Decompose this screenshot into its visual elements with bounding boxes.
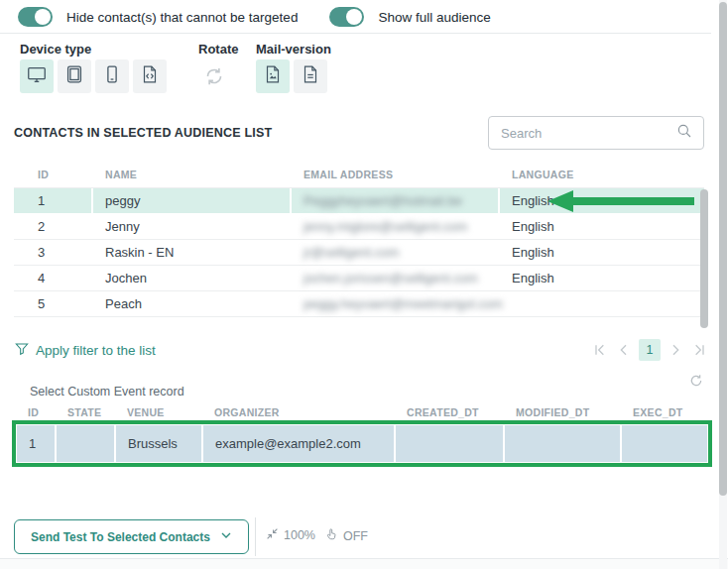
text-document-icon xyxy=(300,63,321,89)
col-modified-dt: MODIFIED_DT xyxy=(504,406,621,418)
cell-exec-dt xyxy=(622,425,707,462)
cell-id: 1 xyxy=(17,425,57,462)
cell-language: English xyxy=(500,240,704,265)
image-document-icon xyxy=(262,63,284,89)
col-email: EMAIL ADDRESS xyxy=(292,169,500,180)
show-full-audience-label: Show full audience xyxy=(378,10,490,25)
toggle-knob xyxy=(346,9,362,25)
contact-row-selected[interactable]: 1 peggy Peggyheyvaert@hotmail.be English xyxy=(14,188,704,214)
cell-email-blurred: jochen.jorissen@selligent.com xyxy=(303,271,478,285)
cell-created-dt xyxy=(396,425,505,462)
contacts-table-body: 1 peggy Peggyheyvaert@hotmail.be English… xyxy=(14,188,704,317)
toggles-row: Hide contact(s) that cannot be targeted … xyxy=(18,7,509,27)
chevron-down-icon xyxy=(218,527,234,546)
hide-untargetable-toggle[interactable] xyxy=(18,7,53,27)
cell-language xyxy=(500,291,704,316)
cell-email-blurred: jenny.miglore@selligent.com xyxy=(303,219,467,234)
desktop-icon xyxy=(26,63,48,89)
apply-filter-link[interactable]: Apply filter to the list xyxy=(14,341,156,360)
col-exec-dt: EXEC_DT xyxy=(621,406,710,418)
divider xyxy=(255,517,256,556)
pagination: 1 xyxy=(591,339,708,361)
toggle-knob xyxy=(35,9,51,25)
search-icon[interactable] xyxy=(675,122,693,144)
show-full-audience-toggle[interactable] xyxy=(329,7,364,27)
contact-row[interactable]: 4 Jochen jochen.jorissen@selligent.com E… xyxy=(14,266,704,291)
interaction-toggle-indicator[interactable]: OFF xyxy=(324,527,368,544)
col-state: STATE xyxy=(56,406,115,418)
contact-row[interactable]: 3 Raskin - EN jr@selligent.com English xyxy=(14,240,704,266)
contact-row[interactable]: 2 Jenny jenny.miglore@selligent.com Engl… xyxy=(14,214,704,240)
cell-id: 3 xyxy=(14,240,93,265)
col-venue: VENUE xyxy=(115,406,202,418)
col-language: LANGUAGE xyxy=(500,169,704,180)
cell-organizer: example@example2.com xyxy=(203,425,396,462)
search-box xyxy=(488,116,704,150)
contacts-table-header: ID NAME EMAIL ADDRESS LANGUAGE xyxy=(14,162,704,188)
preview-controls: Device type Rotate Mail-version xyxy=(20,42,704,95)
col-created-dt: CREATED_DT xyxy=(395,406,504,418)
cell-language: English xyxy=(500,266,704,290)
filter-pagination-row: Apply filter to the list 1 xyxy=(14,338,708,362)
custom-event-table: ID STATE VENUE ORGANIZER CREATED_DT MODI… xyxy=(16,402,710,422)
custom-event-row-selected[interactable]: 1 Brussels example@example2.com xyxy=(17,425,707,462)
filter-funnel-icon xyxy=(14,341,30,360)
device-tablet-button[interactable] xyxy=(58,59,91,93)
refresh-icon[interactable] xyxy=(688,373,704,389)
rotate-button[interactable] xyxy=(201,63,227,89)
contacts-table: ID NAME EMAIL ADDRESS LANGUAGE 1 peggy P… xyxy=(14,162,704,317)
device-mobile-button[interactable] xyxy=(95,59,129,93)
pagination-prev-button[interactable] xyxy=(615,341,633,359)
cell-id: 5 xyxy=(14,291,93,316)
cell-modified-dt xyxy=(505,425,622,462)
custom-event-table-header: ID STATE VENUE ORGANIZER CREATED_DT MODI… xyxy=(16,402,710,422)
mail-version-text-button[interactable] xyxy=(294,59,327,93)
mobile-icon xyxy=(101,63,123,89)
search-input[interactable] xyxy=(501,126,675,141)
footer-strip xyxy=(0,558,728,569)
resize-icon xyxy=(266,527,279,543)
cell-id: 2 xyxy=(14,214,93,239)
annotation-arrow-icon xyxy=(547,190,694,212)
cell-id: 4 xyxy=(14,266,93,290)
send-test-button[interactable]: Send Test To Selected Contacts xyxy=(14,519,249,554)
page-scrollbar[interactable] xyxy=(719,0,727,569)
page-scrollbar-thumb[interactable] xyxy=(719,2,727,496)
cell-language: English xyxy=(500,188,704,213)
rotate-icon xyxy=(201,75,227,92)
col-name: NAME xyxy=(93,169,292,180)
cell-id: 1 xyxy=(14,188,93,213)
cell-email-blurred: peggy.heyvaert@meetmarigol.com xyxy=(303,296,503,311)
cell-name: Jochen xyxy=(93,266,292,290)
contact-row[interactable]: 5 Peach peggy.heyvaert@meetmarigol.com xyxy=(14,291,704,317)
zoom-indicator[interactable]: 100% xyxy=(266,527,315,543)
cell-state xyxy=(57,425,116,462)
col-id: ID xyxy=(14,169,93,180)
contacts-list-title: CONTACTS IN SELECTED AUDIENCE LIST xyxy=(14,126,272,140)
cell-language: English xyxy=(500,214,704,239)
col-organizer: ORGANIZER xyxy=(202,406,395,418)
tablet-icon xyxy=(63,63,85,89)
col-id: ID xyxy=(16,406,56,418)
divider xyxy=(0,33,711,34)
pagination-next-button[interactable] xyxy=(667,341,684,359)
custom-event-label: Select Custom Event record xyxy=(30,385,184,398)
rotate-label: Rotate xyxy=(198,42,238,57)
hand-pointer-icon xyxy=(324,527,338,544)
cell-email-blurred: Peggyheyvaert@hotmail.be xyxy=(303,193,462,208)
cell-venue: Brussels xyxy=(116,425,203,462)
cell-email-blurred: jr@selligent.com xyxy=(303,245,399,260)
pagination-first-button[interactable] xyxy=(591,341,609,359)
pagination-last-button[interactable] xyxy=(690,341,708,359)
cell-name: peggy xyxy=(93,188,292,213)
hide-untargetable-label: Hide contact(s) that cannot be targeted xyxy=(66,10,298,25)
device-desktop-button[interactable] xyxy=(20,59,54,93)
test-send-panel: Hide contact(s) that cannot be targeted … xyxy=(0,0,728,569)
device-source-button[interactable] xyxy=(133,59,167,93)
cell-name: Peach xyxy=(93,291,292,316)
contacts-table-scrollbar[interactable] xyxy=(700,189,708,328)
mail-version-image-button[interactable] xyxy=(256,59,290,93)
pagination-current-page[interactable]: 1 xyxy=(639,339,661,361)
mail-version-label: Mail-version xyxy=(256,42,331,57)
device-type-label: Device type xyxy=(20,42,91,57)
